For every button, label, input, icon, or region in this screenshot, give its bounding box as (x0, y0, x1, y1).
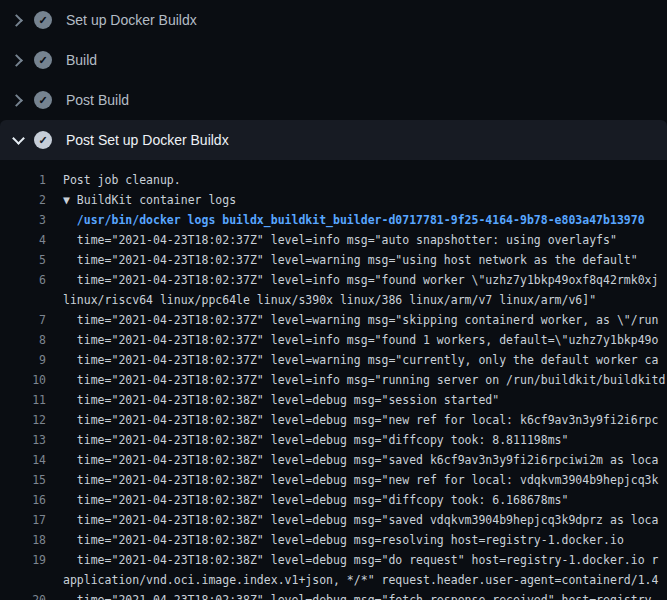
check-circle-icon: ✓ (34, 91, 52, 109)
log-line-text: Post job cleanup. (46, 170, 181, 190)
log-line-number[interactable]: 1 (0, 170, 46, 190)
log-line-text: time="2021-04-23T18:02:38Z" level=debug … (46, 510, 658, 530)
workflow-log-panel: ✓ Set up Docker Buildx ✓ Build ✓ Post Bu… (0, 0, 667, 600)
log-line-number[interactable]: 3 (0, 210, 46, 230)
check-circle-icon: ✓ (34, 51, 52, 69)
step-label: Post Set up Docker Buildx (66, 132, 229, 148)
log-line: 2 ▼ BuildKit container logs (0, 190, 667, 210)
step-row-set-up-docker-buildx[interactable]: ✓ Set up Docker Buildx (0, 0, 667, 40)
log-line: 6 time="2021-04-23T18:02:37Z" level=info… (0, 270, 667, 310)
log-command-text: /usr/bin/docker logs buildx_buildkit_bui… (46, 210, 645, 230)
log-line: 9 time="2021-04-23T18:02:37Z" level=warn… (0, 350, 667, 370)
log-line-text: time="2021-04-23T18:02:37Z" level=warnin… (46, 250, 638, 270)
log-line-number[interactable]: 7 (0, 310, 46, 330)
log-line-text: time="2021-04-23T18:02:38Z" level=debug … (46, 590, 658, 600)
check-circle-icon: ✓ (34, 131, 52, 149)
log-line: 14 time="2021-04-23T18:02:38Z" level=deb… (0, 450, 667, 470)
log-group-header[interactable]: ▼ BuildKit container logs (46, 190, 236, 210)
step-label: Build (66, 52, 97, 68)
log-line-number[interactable]: 20 (0, 590, 46, 600)
log-line: 16 time="2021-04-23T18:02:38Z" level=deb… (0, 490, 667, 510)
log-line: 13 time="2021-04-23T18:02:38Z" level=deb… (0, 430, 667, 450)
log-line: 19 time="2021-04-23T18:02:38Z" level=deb… (0, 550, 667, 590)
log-line-number[interactable]: 4 (0, 230, 46, 250)
log-line: 7 time="2021-04-23T18:02:37Z" level=warn… (0, 310, 667, 330)
step-label: Set up Docker Buildx (66, 12, 197, 28)
log-line: 20 time="2021-04-23T18:02:38Z" level=deb… (0, 590, 667, 600)
log-line: 4 time="2021-04-23T18:02:37Z" level=info… (0, 230, 667, 250)
chevron-right-icon[interactable] (10, 12, 26, 28)
log-line-number[interactable]: 10 (0, 370, 46, 390)
log-line-number[interactable]: 19 (0, 550, 46, 570)
log-line-number[interactable]: 13 (0, 430, 46, 450)
log-line-text: time="2021-04-23T18:02:37Z" level=info m… (46, 330, 658, 350)
log-line-text: time="2021-04-23T18:02:38Z" level=debug … (46, 550, 658, 590)
log-line-text: time="2021-04-23T18:02:37Z" level=warnin… (46, 350, 658, 370)
log-line-text: time="2021-04-23T18:02:38Z" level=debug … (46, 470, 658, 490)
chevron-right-icon[interactable] (10, 92, 26, 108)
step-row-post-set-up-docker-buildx[interactable]: ✓ Post Set up Docker Buildx (0, 120, 667, 160)
log-line: 18 time="2021-04-23T18:02:38Z" level=deb… (0, 530, 667, 550)
log-line-number[interactable]: 5 (0, 250, 46, 270)
log-line-text: time="2021-04-23T18:02:38Z" level=debug … (46, 490, 568, 510)
log-line: 8 time="2021-04-23T18:02:37Z" level=info… (0, 330, 667, 350)
step-row-build[interactable]: ✓ Build (0, 40, 667, 80)
log-line-number[interactable]: 15 (0, 470, 46, 490)
log-line-text: time="2021-04-23T18:02:38Z" level=debug … (46, 430, 568, 450)
log-line: 5 time="2021-04-23T18:02:37Z" level=warn… (0, 250, 667, 270)
log-line-number[interactable]: 9 (0, 350, 46, 370)
log-line-number[interactable]: 2 (0, 190, 46, 210)
log-line-text: time="2021-04-23T18:02:38Z" level=debug … (46, 450, 658, 470)
log-line: 1 Post job cleanup. (0, 170, 667, 190)
log-line-number[interactable]: 6 (0, 270, 46, 290)
log-line-number[interactable]: 8 (0, 330, 46, 350)
check-circle-icon: ✓ (34, 11, 52, 29)
log-line: 17 time="2021-04-23T18:02:38Z" level=deb… (0, 510, 667, 530)
log-line-text: time="2021-04-23T18:02:37Z" level=warnin… (46, 310, 658, 330)
step-row-post-build[interactable]: ✓ Post Build (0, 80, 667, 120)
log-line-number[interactable]: 16 (0, 490, 46, 510)
chevron-right-icon[interactable] (10, 52, 26, 68)
step-label: Post Build (66, 92, 129, 108)
log-line: 10 time="2021-04-23T18:02:37Z" level=inf… (0, 370, 667, 390)
log-line: 11 time="2021-04-23T18:02:38Z" level=deb… (0, 390, 667, 410)
log-line-text: time="2021-04-23T18:02:37Z" level=info m… (46, 270, 658, 310)
log-viewer: 1 Post job cleanup. 2 ▼ BuildKit contain… (0, 160, 667, 600)
log-line: 12 time="2021-04-23T18:02:38Z" level=deb… (0, 410, 667, 430)
log-line-text: time="2021-04-23T18:02:37Z" level=info m… (46, 230, 617, 250)
log-line-number[interactable]: 18 (0, 530, 46, 550)
chevron-down-icon[interactable] (10, 132, 26, 148)
log-line-text: time="2021-04-23T18:02:37Z" level=info m… (46, 370, 665, 390)
log-line-number[interactable]: 12 (0, 410, 46, 430)
log-line: 3 /usr/bin/docker logs buildx_buildkit_b… (0, 210, 667, 230)
log-line-text: time="2021-04-23T18:02:38Z" level=debug … (46, 530, 624, 550)
log-line-number[interactable]: 17 (0, 510, 46, 530)
log-line-text: time="2021-04-23T18:02:38Z" level=debug … (46, 410, 658, 430)
log-line-text: time="2021-04-23T18:02:38Z" level=debug … (46, 390, 499, 410)
log-line: 15 time="2021-04-23T18:02:38Z" level=deb… (0, 470, 667, 490)
log-line-number[interactable]: 11 (0, 390, 46, 410)
steps-list: ✓ Set up Docker Buildx ✓ Build ✓ Post Bu… (0, 0, 667, 160)
log-line-number[interactable]: 14 (0, 450, 46, 470)
caret-down-icon[interactable]: ▼ (63, 193, 70, 207)
